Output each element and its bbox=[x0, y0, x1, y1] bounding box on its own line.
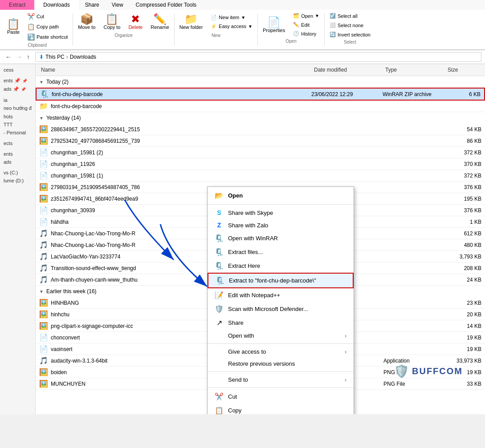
ctx-winrar[interactable]: 🗜️ Open with WinRAR bbox=[208, 231, 354, 245]
f-size: 86 KB bbox=[446, 138, 481, 144]
paste-shortcut-button[interactable]: ⤵️ Paste shortcut bbox=[24, 32, 71, 42]
col-name[interactable]: Name bbox=[39, 66, 312, 74]
sidebar-item-ents2[interactable]: ents bbox=[0, 150, 35, 158]
properties-button[interactable]: 📄 Properties bbox=[260, 15, 288, 35]
ctx-giveaccess-label: Give access to bbox=[228, 348, 266, 355]
music-icon1: 🎵 bbox=[39, 229, 48, 238]
sidebar-item-hots[interactable]: hots bbox=[0, 113, 35, 121]
file-row-barcode-folder[interactable]: 📁 font-chu-dep-barcode bbox=[36, 101, 485, 112]
sep2 bbox=[174, 13, 175, 46]
open-label: Open bbox=[285, 39, 296, 44]
tab-view[interactable]: View bbox=[106, 0, 130, 10]
history-button[interactable]: 🕐 History bbox=[290, 29, 322, 38]
ctx-cut[interactable]: ✂️ Cut bbox=[208, 390, 354, 404]
path-downloads[interactable]: Downloads bbox=[70, 54, 96, 60]
newfolder-icon: 📁 bbox=[184, 14, 198, 24]
f-label: háhdha bbox=[51, 219, 69, 225]
open-group: 📄 Properties 🗂️ Open ▼ ✏️ Edit 🕐 bbox=[260, 12, 322, 48]
ctx-copy-icon: 📋 bbox=[215, 406, 224, 414]
file-row-288[interactable]: 🖼️288634967_365572002229441_2515 54 KB bbox=[36, 124, 485, 135]
file-row-barcode-zip[interactable]: 🗜️ font-chu-dep-barcode 23/06/2022 12:29… bbox=[36, 88, 485, 101]
file-name-barcode-zip: 🗜️ font-chu-dep-barcode bbox=[40, 90, 311, 98]
select-none-button[interactable]: ⬜ Select none bbox=[326, 21, 374, 29]
delete-button[interactable]: ✖ Delete bbox=[125, 12, 146, 32]
ctx-extract-to[interactable]: 🗜️ Extract to "font-chu-dep-barcode\" bbox=[208, 273, 354, 288]
col-type[interactable]: Type bbox=[383, 66, 446, 74]
copy-to-button[interactable]: 📋 Copy to bbox=[100, 12, 123, 32]
easy-access-button[interactable]: ⚡ Easy access ▼ bbox=[208, 22, 256, 31]
ctx-extract-here[interactable]: 🗜️ Extract Here bbox=[208, 259, 354, 273]
ctx-extract-files[interactable]: 🗜️ Extract files... bbox=[208, 245, 354, 259]
img-icon8: 🖼️ bbox=[39, 368, 48, 376]
ribbon-tabs: Extract Downloads Share View Compressed … bbox=[0, 0, 485, 10]
folder-icon: 📁 bbox=[39, 102, 48, 110]
sidebar-item-ads[interactable]: ads 📌 bbox=[0, 85, 35, 93]
f-size: 208 KB bbox=[446, 265, 481, 271]
doc-icon3: 📄 bbox=[39, 171, 48, 180]
ctx-open[interactable]: 📂 Open bbox=[208, 189, 354, 202]
ctx-zalo[interactable]: Z Share with Zalo bbox=[208, 219, 354, 231]
rename-button[interactable]: ✏️ Rename bbox=[147, 12, 172, 32]
cut-button[interactable]: ✂️ Cut bbox=[24, 12, 71, 21]
file-row-chung2[interactable]: 📄chungnhan_15981 (2) 372 KB bbox=[36, 147, 485, 158]
f-size: 24 KB bbox=[446, 277, 481, 283]
ctx-defender[interactable]: 🛡️ Scan with Microsoft Defender... bbox=[208, 302, 354, 316]
col-date[interactable]: Date modified bbox=[312, 66, 383, 74]
file-row-chung11926[interactable]: 📄chungnhan_11926 370 KB bbox=[36, 158, 485, 170]
ctx-open-with[interactable]: Open with › bbox=[208, 330, 354, 342]
doc-icon6: 📄 bbox=[39, 333, 48, 342]
sidebar-item-ads2[interactable]: ads bbox=[0, 158, 35, 166]
ctx-zalo-icon: Z bbox=[215, 222, 224, 229]
file-row-279[interactable]: 🖼️279253420_4977086845691255_739 86 KB bbox=[36, 135, 485, 147]
back-button[interactable]: ← bbox=[4, 52, 13, 61]
ctx-send-to[interactable]: Send to › bbox=[208, 374, 354, 386]
sep3 bbox=[257, 13, 258, 46]
tab-share[interactable]: Share bbox=[79, 0, 106, 10]
sidebar-item-d-drive[interactable]: lume (D:) bbox=[0, 177, 35, 185]
ctx-notepad[interactable]: 📝 Edit with Notepad++ bbox=[208, 288, 354, 302]
sidebar-item-ttt[interactable]: TTT bbox=[0, 121, 35, 129]
ctx-skype[interactable]: S Share with Skype bbox=[208, 206, 354, 219]
tab-downloads[interactable]: Downloads bbox=[34, 0, 78, 10]
edit-button[interactable]: ✏️ Edit bbox=[290, 20, 322, 29]
ctx-notepad-label: Edit with Notepad++ bbox=[228, 292, 280, 299]
ctx-give-access[interactable]: Give access to › bbox=[208, 346, 354, 358]
new-folder-button[interactable]: 📁 New folder bbox=[176, 12, 206, 32]
address-path-display[interactable]: ⬇ This PC › Downloads bbox=[35, 52, 481, 62]
move-to-button[interactable]: 📦 Move to bbox=[75, 12, 98, 32]
sidebar-item-ects[interactable]: ects bbox=[0, 139, 35, 147]
path-this-pc[interactable]: This PC bbox=[45, 54, 65, 60]
forward-button[interactable]: → bbox=[14, 52, 24, 61]
open-button[interactable]: 🗂️ Open ▼ bbox=[290, 12, 322, 20]
f-size: 19 KB bbox=[446, 335, 481, 341]
f-size: 54 KB bbox=[446, 126, 481, 133]
new-item-button[interactable]: 📄 New item ▼ bbox=[208, 13, 256, 22]
ctx-share[interactable]: ↗ Share bbox=[208, 316, 354, 330]
ctx-restore-versions[interactable]: Restore previous versions bbox=[208, 358, 354, 370]
ctx-notepad-icon: 📝 bbox=[215, 291, 224, 299]
up-button[interactable]: ↑ bbox=[25, 52, 32, 61]
sidebar-item-ents[interactable]: ents 📌 bbox=[0, 77, 35, 85]
tab-extract[interactable]: Extract bbox=[0, 0, 34, 10]
group-yesterday: ▼ Yesterday (14) bbox=[36, 112, 485, 124]
ctx-copy[interactable]: 📋 Copy bbox=[208, 404, 354, 414]
clipboard-small-buttons: ✂️ Cut 📋 Copy path ⤵️ Paste shortcut bbox=[24, 12, 71, 42]
copyto-icon: 📋 bbox=[105, 14, 118, 24]
file-row-chung1[interactable]: 📄chungnhan_15981 (1) 372 KB bbox=[36, 170, 485, 182]
paste-button[interactable]: 📋 Paste bbox=[4, 16, 23, 37]
tab-compressed-folder-tools[interactable]: Compressed Folder Tools bbox=[130, 0, 203, 10]
f-label: chungnhan_30939 bbox=[51, 207, 95, 214]
copy-path-button[interactable]: 📋 Copy path bbox=[24, 22, 71, 32]
sidebar-item-personal[interactable]: - Personal bbox=[0, 129, 35, 137]
ctx-openwith-arrow: › bbox=[345, 332, 346, 339]
select-all-button[interactable]: ☑️ Select all bbox=[326, 12, 374, 20]
img-icon3: 🖼️ bbox=[39, 183, 48, 191]
sidebar-item-neohung[interactable]: neo hướng đ bbox=[0, 104, 35, 113]
invert-selection-button[interactable]: 🔄 Invert selection bbox=[326, 30, 374, 39]
sidebar-item-access[interactable]: cess bbox=[0, 66, 35, 74]
col-size[interactable]: Size bbox=[446, 66, 481, 74]
sidebar-item-ia[interactable]: ia bbox=[0, 96, 35, 104]
doc-icon1: 📄 bbox=[39, 148, 48, 157]
app-icon1: 🎵 bbox=[39, 356, 48, 365]
sidebar-item-c-drive[interactable]: vs (C:) bbox=[0, 169, 35, 177]
